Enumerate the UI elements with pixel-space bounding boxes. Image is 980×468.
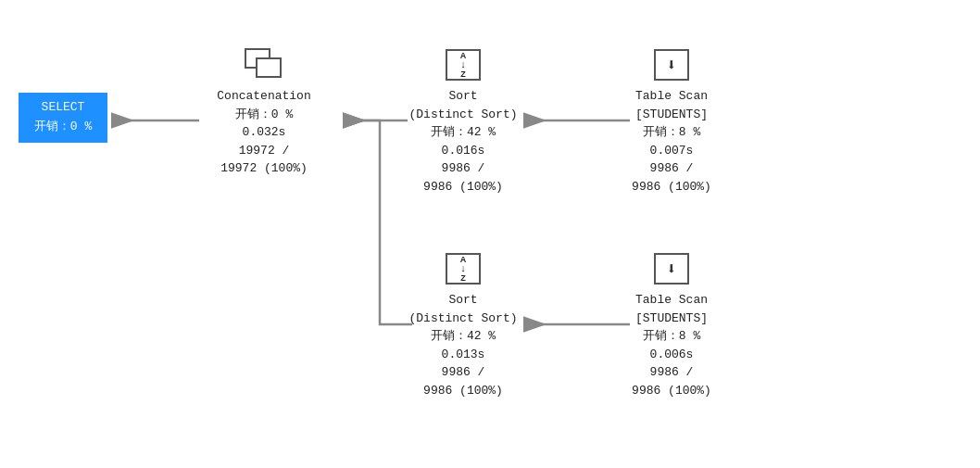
concatenation-node: Concatenation 开销：0 % 0.032s 19972 / 1997… <box>204 46 324 178</box>
concatenation-label: Concatenation 开销：0 % 0.032s 19972 / 1997… <box>217 87 310 178</box>
svg-rect-6 <box>257 58 281 77</box>
concatenation-icon <box>242 46 286 83</box>
sort-bottom-label: Sort (Distinct Sort) 开销：42 % 0.013s 9986… <box>408 291 517 399</box>
sort-top-label: Sort (Distinct Sort) 开销：42 % 0.016s 9986… <box>408 87 517 196</box>
tablescan-top-label: Table Scan [STUDENTS] 开销：8 % 0.007s 9986… <box>632 87 711 196</box>
sort-top-node: A ↓ Z Sort (Distinct Sort) 开销：42 % 0.016… <box>403 46 523 196</box>
select-label-line1: SELECT <box>42 98 85 118</box>
tablescan-top-icon: ⬇ <box>649 46 694 83</box>
select-label-line2: 开销：0 % <box>34 118 92 137</box>
tablescan-bottom-label: Table Scan [STUDENTS] 开销：8 % 0.006s 9986… <box>632 291 711 399</box>
tablescan-bottom-icon: ⬇ <box>649 250 694 287</box>
sort-bottom-node: A ↓ Z Sort (Distinct Sort) 开销：42 % 0.013… <box>403 250 523 399</box>
execution-plan-diagram: SELECT 开销：0 % Concatenation 开销：0 % 0.032… <box>0 0 980 468</box>
tablescan-top-node: ⬇ Table Scan [STUDENTS] 开销：8 % 0.007s 99… <box>607 46 736 196</box>
sort-bottom-icon: A ↓ Z <box>441 250 485 287</box>
tablescan-bottom-node: ⬇ Table Scan [STUDENTS] 开销：8 % 0.006s 99… <box>607 250 736 399</box>
select-node: SELECT 开销：0 % <box>19 93 107 143</box>
sort-top-icon: A ↓ Z <box>441 46 485 83</box>
